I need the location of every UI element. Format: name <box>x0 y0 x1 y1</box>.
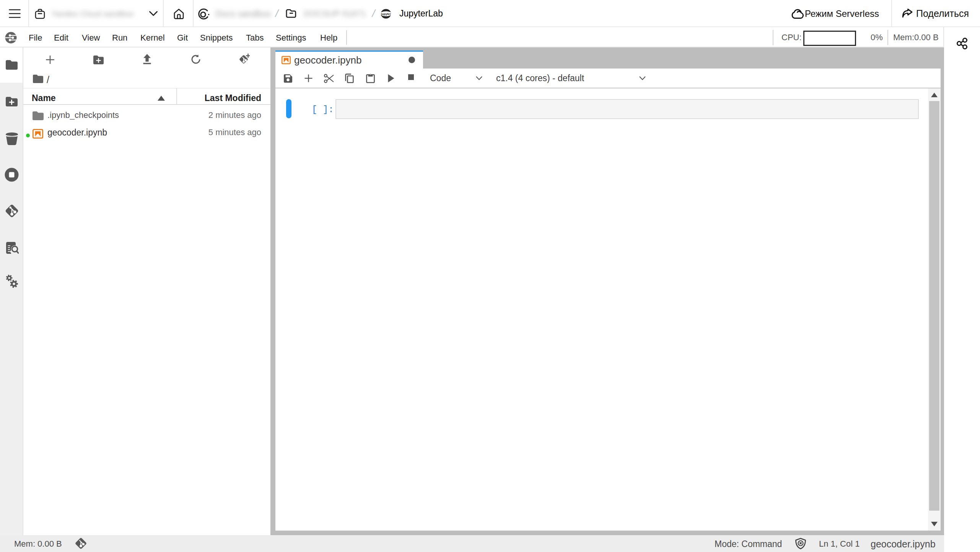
svg-text:jupyter: jupyter <box>381 12 391 16</box>
